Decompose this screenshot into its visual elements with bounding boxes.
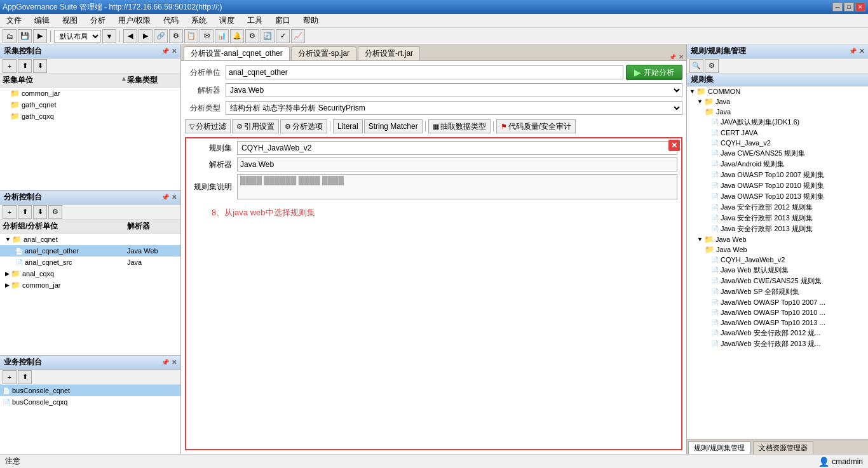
java-item-0[interactable]: 📁 Java bbox=[687, 107, 868, 117]
analysis-item-group-1[interactable]: ▶ 📁 anal_cqxq bbox=[0, 268, 180, 279]
layout-select[interactable]: 默认布局 bbox=[54, 30, 101, 43]
menu-file[interactable]: 文件 bbox=[3, 14, 25, 27]
maximize-button[interactable]: □ bbox=[844, 3, 854, 11]
tb-btn-10[interactable]: 📊 bbox=[215, 29, 229, 43]
menu-window[interactable]: 窗口 bbox=[271, 14, 294, 27]
menu-code[interactable]: 代码 bbox=[159, 14, 182, 27]
javaweb-item-5[interactable]: 📄 Java/Web OWASP Top10 2007 ... bbox=[687, 297, 868, 307]
analysis-item-2[interactable]: 📄 anal_cqnet_src Java bbox=[0, 257, 180, 268]
menu-tools[interactable]: 工具 bbox=[243, 14, 266, 27]
rules-tb-btn2[interactable]: ⚙ bbox=[705, 59, 719, 73]
code-quality-btn[interactable]: ⚑ 代码质量/安全审计 bbox=[496, 119, 576, 133]
java-item-4[interactable]: 📄 Java CWE/SANS25 规则集 bbox=[687, 148, 868, 159]
analysis-panel-pin[interactable]: 📌 bbox=[161, 194, 169, 201]
ref-settings-btn[interactable]: ⚙ 引用设置 bbox=[232, 119, 279, 133]
javaweb-item-6[interactable]: 📄 Java/Web OWASP Top10 2010 ... bbox=[687, 307, 868, 318]
java-item-3[interactable]: 📄 CQYH_Java_v2 bbox=[687, 138, 868, 148]
tab-2[interactable]: 分析设置-rt.jar bbox=[358, 46, 420, 60]
java-item-2[interactable]: 📄 CERT JAVA bbox=[687, 128, 868, 138]
analysis-item-1[interactable]: 📄 anal_cqnet_other Java Web bbox=[0, 245, 180, 257]
right-panel-close[interactable]: ✕ bbox=[859, 48, 864, 55]
java-item-7[interactable]: 📄 Java OWASP Top10 2010 规则集 bbox=[687, 180, 868, 191]
rule-desc-textarea[interactable]: ████ ██████ ████ ████ bbox=[237, 174, 677, 199]
menu-schedule[interactable]: 调度 bbox=[215, 14, 238, 27]
rule-parser-input[interactable] bbox=[237, 157, 677, 171]
analysis-item-group-2[interactable]: ▶ 📁 common_jar bbox=[0, 279, 180, 291]
tb-btn-3[interactable]: ▶ bbox=[33, 29, 47, 43]
tab-pin-btn[interactable]: 📌 bbox=[669, 54, 676, 60]
menu-system[interactable]: 系统 bbox=[187, 14, 210, 27]
tab-0[interactable]: 分析设置-anal_cqnet_other bbox=[184, 46, 290, 60]
collect-tb-btn1[interactable]: + bbox=[3, 59, 17, 73]
tb-btn-9[interactable]: ✉ bbox=[200, 29, 214, 43]
tab-close-btn[interactable]: ✕ bbox=[679, 53, 684, 60]
analysis-tb-btn2[interactable]: ⬆ bbox=[18, 205, 32, 219]
javaweb-item-8[interactable]: 📄 Java/Web 安全行政部 2012 规... bbox=[687, 328, 868, 338]
tb-dropdown-btn[interactable]: ▼ bbox=[102, 29, 116, 43]
form-parser-select[interactable]: Java Web bbox=[226, 83, 682, 97]
collect-item-0[interactable]: 📁 common_jar bbox=[0, 88, 180, 99]
string-matcher-btn[interactable]: String Matcher bbox=[364, 119, 423, 133]
javaweb-item-3[interactable]: 📄 Java/Web CWE/SANS25 规则集 bbox=[687, 276, 868, 286]
analysis-tb-btn3[interactable]: ⬇ bbox=[33, 205, 47, 219]
business-item-1[interactable]: 📄 busConsole_cqxq bbox=[0, 396, 180, 408]
java-item-8[interactable]: 📄 Java OWASP Top10 2013 规则集 bbox=[687, 191, 868, 202]
tab-1[interactable]: 分析设置-sp.jar bbox=[291, 46, 356, 60]
literal-btn[interactable]: Literal bbox=[333, 119, 363, 133]
java-item-9[interactable]: 📄 Java 安全行政部 2012 规则集 bbox=[687, 202, 868, 213]
form-unit-input[interactable] bbox=[226, 65, 623, 79]
tb-btn-13[interactable]: 🔄 bbox=[261, 29, 275, 43]
analysis-options-btn[interactable]: ⚙ 分析选项 bbox=[280, 119, 327, 133]
common-group[interactable]: ▼ 📁 COMMON bbox=[687, 86, 868, 97]
business-panel-close[interactable]: ✕ bbox=[172, 359, 177, 366]
extract-data-types-btn[interactable]: ▦ 抽取数据类型 bbox=[428, 119, 491, 133]
rules-tb-btn1[interactable]: 🔍 bbox=[689, 59, 703, 73]
java-item-1[interactable]: 📄 JAVA默认规则集(JDK1.6) bbox=[687, 117, 868, 128]
tb-btn-4[interactable]: ◀ bbox=[123, 29, 137, 43]
tb-btn-15[interactable]: 📈 bbox=[291, 29, 305, 43]
java-item-5[interactable]: 📄 Java/Android 规则集 bbox=[687, 159, 868, 170]
javaweb-group[interactable]: ▼ 📁 Java Web bbox=[687, 234, 868, 244]
javaweb-item-1[interactable]: 📄 CQYH_JavaWeb_v2 bbox=[687, 255, 868, 265]
tb-btn-12[interactable]: ⚙ bbox=[245, 29, 259, 43]
rpanel-tab-1[interactable]: 文档资源管理器 bbox=[753, 441, 813, 454]
collect-panel-close[interactable]: ✕ bbox=[172, 48, 177, 55]
bus-tb-btn1[interactable]: + bbox=[3, 370, 17, 384]
menu-help[interactable]: 帮助 bbox=[299, 14, 322, 27]
analysis-tb-btn1[interactable]: + bbox=[3, 205, 17, 219]
tb-btn-8[interactable]: 📋 bbox=[184, 29, 198, 43]
javaweb-item-7[interactable]: 📄 Java/Web OWASP Top10 2013 ... bbox=[687, 318, 868, 328]
javaweb-item-9[interactable]: 📄 Java/Web 安全行政部 2013 规... bbox=[687, 338, 868, 349]
tb-btn-2[interactable]: 💾 bbox=[18, 29, 32, 43]
collect-tb-btn3[interactable]: ⬇ bbox=[33, 59, 47, 73]
menu-userperm[interactable]: 用户/权限 bbox=[114, 14, 154, 27]
collect-item-2[interactable]: 📁 gath_cqxq bbox=[0, 110, 180, 122]
tb-btn-11[interactable]: 🔔 bbox=[230, 29, 244, 43]
form-analysis-type-select[interactable]: 结构分析 动态字符串分析 SecurityPrism bbox=[226, 101, 682, 115]
java-group[interactable]: ▼ 📁 Java bbox=[687, 97, 868, 107]
menu-view[interactable]: 视图 bbox=[58, 14, 81, 27]
business-item-0[interactable]: 📄 busConsole_cqnet bbox=[0, 385, 180, 396]
rule-ruleset-select[interactable]: CQYH_JavaWeb_v2 bbox=[237, 141, 677, 155]
java-item-11[interactable]: 📄 Java 安全行政部 2013 规则集 bbox=[687, 224, 868, 234]
javaweb-item-0[interactable]: 📁 Java Web bbox=[687, 244, 868, 255]
javaweb-item-4[interactable]: 📄 Java/Web SP 全部规则集 bbox=[687, 286, 868, 297]
rule-close-button[interactable]: ✕ bbox=[668, 140, 680, 151]
tb-btn-5[interactable]: ▶ bbox=[139, 29, 153, 43]
analysis-tb-btn4[interactable]: ⚙ bbox=[48, 205, 62, 219]
minimize-button[interactable]: ─ bbox=[832, 3, 843, 11]
java-item-6[interactable]: 📄 Java OWASP Top10 2007 规则集 bbox=[687, 170, 868, 180]
analysis-item-group-0[interactable]: ▼ 📁 anal_cqnet bbox=[0, 234, 180, 245]
menu-edit[interactable]: 编辑 bbox=[31, 14, 53, 27]
rpanel-tab-0[interactable]: 规则/规则集管理 bbox=[688, 441, 750, 454]
java-item-10[interactable]: 📄 Java 安全行政部 2013 规则集 bbox=[687, 213, 868, 224]
tb-btn-6[interactable]: 🔗 bbox=[154, 29, 168, 43]
analysis-panel-close[interactable]: ✕ bbox=[172, 194, 177, 201]
collect-panel-pin[interactable]: 📌 bbox=[161, 48, 169, 55]
collect-tb-btn2[interactable]: ⬆ bbox=[18, 59, 32, 73]
tb-btn-7[interactable]: ⚙ bbox=[169, 29, 183, 43]
right-panel-pin[interactable]: 📌 bbox=[849, 48, 857, 55]
bus-tb-btn2[interactable]: ⬆ bbox=[18, 370, 32, 384]
tb-btn-14[interactable]: ✓ bbox=[276, 29, 290, 43]
tb-btn-1[interactable]: 🗂 bbox=[3, 29, 17, 43]
